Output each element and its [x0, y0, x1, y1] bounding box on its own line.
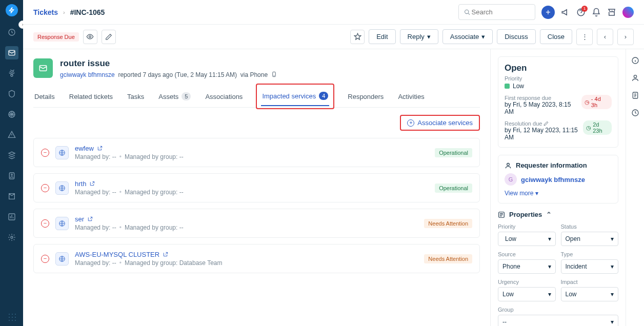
nav-user-icon[interactable]: [5, 169, 18, 182]
edit-button[interactable]: Edit: [369, 29, 395, 44]
ticket-tabs: Details Related tickets Tasks Assets5 As…: [33, 86, 480, 108]
status-field-label: Status: [561, 223, 619, 230]
external-link-icon: [97, 146, 103, 151]
tab-related-tickets[interactable]: Related tickets: [68, 86, 114, 107]
associate-button[interactable]: Associate▾: [442, 29, 493, 44]
external-link-icon: [89, 181, 95, 187]
service-managed-by: Managed by: --Managed by group: --: [75, 153, 429, 160]
profile-avatar[interactable]: [622, 7, 634, 18]
marketplace-icon[interactable]: [607, 8, 616, 17]
resolution-badge: ◷ 2d 23h: [583, 120, 612, 135]
bell-icon[interactable]: [592, 8, 601, 17]
svg-point-2: [11, 74, 13, 76]
service-status-badge: Operational: [435, 148, 472, 157]
impacted-services-list: − ewfew Managed by: --Managed by group: …: [33, 138, 480, 273]
priority-field-label: Priority: [498, 223, 556, 230]
right-rail: [626, 49, 644, 326]
group-select[interactable]: --▾: [498, 315, 618, 326]
nav-alerts-icon[interactable]: [5, 128, 18, 141]
requester-name-link[interactable]: gciwwayk bfhmnsze: [521, 176, 585, 184]
edit-icon-button[interactable]: [102, 30, 116, 44]
nav-problems-icon[interactable]: [5, 67, 18, 80]
app-logo[interactable]: [6, 4, 18, 16]
view-more-link[interactable]: View more ▾: [505, 190, 612, 197]
watch-button[interactable]: [83, 30, 97, 44]
service-name-link[interactable]: ser: [75, 215, 418, 223]
info-icon[interactable]: [631, 56, 639, 65]
nav-solutions-icon[interactable]: [5, 190, 18, 203]
first-response-due: by Fri, 5 May 2023, 8:15 AM: [505, 101, 581, 115]
remove-service-button[interactable]: −: [41, 219, 49, 228]
nav-changes-icon[interactable]: [5, 87, 18, 100]
nav-assets-icon[interactable]: [5, 149, 18, 162]
close-button[interactable]: Close: [540, 29, 572, 44]
collapse-properties-button[interactable]: ⌃: [546, 211, 552, 218]
tab-tasks[interactable]: Tasks: [126, 86, 145, 107]
status-card: Open Priority Low First response due by …: [498, 56, 618, 148]
external-link-icon: [87, 216, 93, 222]
reply-button[interactable]: Reply▾: [400, 29, 438, 44]
contact-icon[interactable]: [631, 74, 639, 82]
search-icon: [464, 9, 471, 16]
resolution-due: by Fri, 12 May 2023, 11:15 AM: [505, 127, 583, 141]
type-field-label: Type: [561, 251, 619, 257]
remove-service-button[interactable]: −: [41, 255, 49, 263]
create-new-button[interactable]: +: [541, 6, 555, 19]
search-input[interactable]: [471, 8, 530, 16]
tab-impacted-services[interactable]: Impacted services4: [261, 87, 329, 106]
chevron-down-icon: ▾: [481, 33, 485, 40]
status-select[interactable]: Open▾: [561, 232, 619, 246]
service-name-link[interactable]: hrth: [75, 180, 429, 188]
notes-icon[interactable]: [631, 91, 639, 99]
associate-services-button[interactable]: +Associate services: [407, 119, 473, 127]
nav-reports-icon[interactable]: [5, 210, 18, 223]
nav-dashboard-icon[interactable]: [5, 26, 18, 39]
remove-service-button[interactable]: −: [41, 184, 49, 192]
priority-value: Low: [505, 83, 612, 90]
external-link-icon: [163, 252, 168, 257]
source-select[interactable]: Phone▾: [498, 259, 556, 274]
service-status-badge: Needs Attention: [424, 254, 472, 263]
breadcrumb-tickets-link[interactable]: Tickets: [33, 8, 58, 16]
tab-details[interactable]: Details: [33, 86, 56, 107]
requester-avatar: G: [505, 173, 517, 186]
tab-activities[interactable]: Activities: [397, 86, 425, 107]
apps-grid-icon[interactable]: [8, 313, 16, 321]
notification-badge: 1: [581, 6, 588, 12]
urgency-select[interactable]: Low▾: [498, 287, 556, 301]
first-response-badge: ◷ - 4d 3h: [581, 95, 612, 109]
service-row: − AWS-EU-MYSQL CLUSTER Managed by: --Man…: [33, 244, 480, 273]
group-field-label: Group: [498, 307, 618, 313]
impact-select[interactable]: Low▾: [561, 287, 619, 301]
next-ticket-button[interactable]: ›: [617, 29, 634, 45]
pencil-icon[interactable]: [544, 121, 549, 126]
discuss-button[interactable]: Discuss: [497, 29, 536, 44]
properties-icon: [498, 211, 505, 218]
globe-icon: [55, 217, 69, 230]
megaphone-icon[interactable]: [561, 8, 570, 17]
type-select[interactable]: Incident▾: [561, 259, 619, 274]
requester-link[interactable]: gciwwayk bfhmnsze: [60, 71, 115, 78]
more-actions-button[interactable]: ⋮: [576, 29, 593, 45]
nav-tickets-icon[interactable]: [5, 46, 18, 59]
prev-ticket-button[interactable]: ‹: [597, 29, 613, 45]
globe-icon: [55, 252, 69, 266]
associate-services-highlight: +Associate services: [400, 115, 480, 131]
service-name-link[interactable]: AWS-EU-MYSQL CLUSTER: [75, 251, 418, 258]
service-status-badge: Needs Attention: [424, 219, 472, 228]
service-name-link[interactable]: ewfew: [75, 145, 429, 152]
nav-releases-icon[interactable]: [5, 108, 18, 121]
breadcrumb-ticket-id: #INC-1065: [70, 8, 105, 16]
tab-assets[interactable]: Assets5: [157, 86, 192, 107]
priority-select[interactable]: Low▾: [498, 232, 556, 246]
remove-service-button[interactable]: −: [41, 149, 49, 157]
tab-responders[interactable]: Responders: [347, 86, 385, 107]
nav-settings-icon[interactable]: [5, 231, 18, 244]
star-button[interactable]: [350, 30, 365, 44]
time-icon[interactable]: [631, 109, 639, 117]
tab-associations[interactable]: Associations: [204, 86, 244, 107]
help-icon[interactable]: 1: [576, 8, 586, 17]
first-response-label: First response due: [505, 95, 581, 101]
search-box[interactable]: [458, 4, 535, 20]
ticket-meta: gciwwayk bfhmnsze reported 7 days ago (T…: [60, 71, 277, 78]
